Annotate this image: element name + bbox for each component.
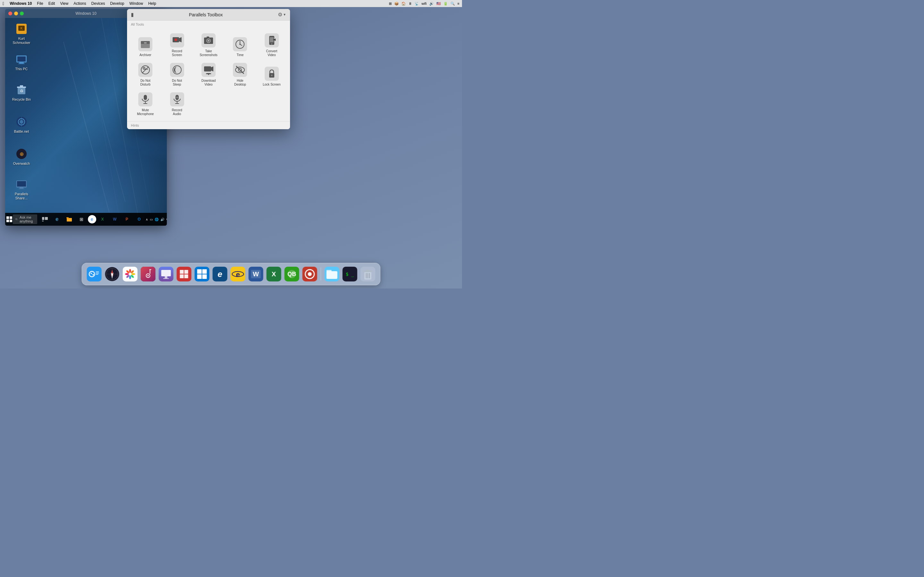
volume-icon[interactable]: 🔊 <box>429 2 434 6</box>
svg-rect-105 <box>150 269 152 270</box>
taskbar-app-explorer[interactable] <box>63 213 75 225</box>
svg-rect-116 <box>195 267 210 282</box>
start-button[interactable] <box>6 213 12 226</box>
svg-marker-62 <box>211 66 213 71</box>
taskbar-app-store[interactable]: ⊞ <box>76 213 87 225</box>
tool-mute-microphone[interactable]: MuteMicrophone <box>129 89 161 119</box>
tool-archiver[interactable]: Archiver <box>129 30 161 60</box>
hide-desktop-label: HideDesktop <box>234 79 246 87</box>
help-menu[interactable]: Help <box>146 1 158 6</box>
edit-menu[interactable]: Edit <box>46 1 57 6</box>
taskbar-app-outlook[interactable]: O <box>134 213 145 225</box>
svg-rect-31 <box>45 217 48 220</box>
wifi-icon[interactable]: wifi <box>422 2 427 5</box>
dock-safari[interactable] <box>104 266 121 282</box>
tray-tablet[interactable]: ▭ <box>150 218 153 221</box>
dock-files[interactable] <box>324 266 341 282</box>
tool-record-screen[interactable]: RecordScreen <box>161 30 192 60</box>
dock-quickbooks[interactable]: QB <box>284 266 300 282</box>
tool-lock-screen[interactable]: Lock Screen <box>256 60 288 89</box>
taskbar-app-ie[interactable]: e <box>88 215 96 223</box>
svg-rect-108 <box>162 270 171 276</box>
taskbar-app-edge[interactable]: e <box>51 213 63 225</box>
apple-menu[interactable]:  <box>3 1 4 6</box>
tool-hide-desktop[interactable]: HideDesktop <box>224 60 256 89</box>
taskbar-search[interactable]: Ask me anything <box>13 214 37 224</box>
desktop-icon-thispc[interactable]: This PC <box>10 52 33 73</box>
toolbox-folder-icon[interactable]: ▮ <box>131 11 134 18</box>
pause-icon[interactable]: ⏸ <box>409 2 412 5</box>
tool-take-screenshots[interactable]: TakeScreenshots <box>193 30 224 60</box>
dock-keynote[interactable] <box>158 266 174 282</box>
close-button[interactable] <box>8 11 12 15</box>
desktop-icon-kurt[interactable]: K KurtSchmucker <box>10 21 33 46</box>
taskbar-app-task-view[interactable] <box>39 213 51 225</box>
record-screen-icon <box>170 33 184 47</box>
svg-text:QB: QB <box>288 271 296 277</box>
time-icon <box>233 37 247 51</box>
dock-itunes[interactable] <box>140 266 157 282</box>
minimize-button[interactable] <box>14 11 18 15</box>
app-name-menu[interactable]: Windows 10 <box>7 1 34 6</box>
dock-finder[interactable] <box>86 266 103 282</box>
dock-photos[interactable] <box>122 266 139 282</box>
maximize-button[interactable] <box>20 11 24 15</box>
dock-excel[interactable]: X <box>266 266 282 282</box>
toolbox-section-label: All Tools <box>127 21 290 27</box>
tray-message[interactable]: 💬 <box>166 218 167 221</box>
file-menu[interactable]: File <box>35 1 45 6</box>
parallels-icon[interactable]: ⊞ <box>389 2 392 6</box>
svg-rect-139 <box>326 270 332 272</box>
flag-icon[interactable]: 🇺🇸 <box>436 2 441 6</box>
search-icon[interactable]: 🔍 <box>451 2 455 6</box>
menubar-right-icons: ⊞ 📦 🏠 ⏸ 📡 wifi 🔊 🇺🇸 🔋 🔍 ≡ <box>389 2 459 6</box>
actions-menu[interactable]: Actions <box>71 1 88 6</box>
tool-time[interactable]: Time <box>224 30 256 60</box>
desktop-icon-battlenet[interactable]: Battle.net <box>10 114 33 135</box>
airplay-icon[interactable]: 📡 <box>415 2 419 6</box>
taskbar-app-powerpoint[interactable]: P <box>121 213 133 225</box>
svg-text:e: e <box>218 269 222 279</box>
dock-retropie[interactable] <box>302 266 318 282</box>
develop-menu[interactable]: Develop <box>108 1 126 6</box>
search-placeholder: Ask me anything <box>19 215 35 223</box>
tool-convert-video[interactable]: ConvertVideo <box>256 30 288 60</box>
taskbar-app-word[interactable]: W <box>109 213 121 225</box>
battery-icon[interactable]: 🔋 <box>443 2 448 6</box>
list-icon[interactable]: ≡ <box>457 2 459 5</box>
tool-download-video[interactable]: DownloadVideo <box>193 60 224 89</box>
devices-menu[interactable]: Devices <box>89 1 107 6</box>
tool-do-not-sleep[interactable]: Do NotSleep <box>161 60 192 89</box>
dock-edge[interactable]: e <box>212 266 228 282</box>
take-screenshots-icon <box>202 33 216 47</box>
tool-record-audio[interactable]: RecordAudio <box>161 89 192 119</box>
home-icon[interactable]: 🏠 <box>401 2 406 6</box>
do-not-sleep-label: Do NotSleep <box>172 79 182 87</box>
tray-network[interactable]: 🌐 <box>155 218 158 221</box>
dropbox-icon[interactable]: 📦 <box>394 2 399 6</box>
tool-do-not-disturb[interactable]: Do NotDisturb <box>129 60 161 89</box>
window-menu[interactable]: Window <box>127 1 145 6</box>
dock-windows-logo[interactable] <box>194 266 210 282</box>
battlenet-icon-image <box>15 115 28 128</box>
dock-ie[interactable]: e <box>230 266 246 282</box>
dock-terminal[interactable]: $ _ <box>342 266 359 282</box>
desktop-icon-parallels-share[interactable]: ParallelsShare... <box>10 177 33 201</box>
svg-rect-83 <box>96 271 99 272</box>
view-menu[interactable]: View <box>58 1 71 6</box>
dock-parallels[interactable] <box>176 266 192 282</box>
tray-volume[interactable]: 🔊 <box>160 218 164 221</box>
desktop-icon-overwatch[interactable]: ⊕ Overwatch <box>10 146 33 167</box>
dock-word[interactable]: W <box>248 266 264 282</box>
svg-rect-117 <box>197 269 202 274</box>
overwatch-icon-image: ⊕ <box>15 147 28 160</box>
kurt-icon-label: KurtSchmucker <box>13 37 30 45</box>
tray-chevron[interactable]: ∧ <box>145 218 148 221</box>
taskbar-app-excel[interactable]: X <box>97 213 108 225</box>
desktop-icon-recyclebin[interactable]: ♻ Recycle Bin <box>10 82 33 103</box>
gear-icon: ⚙ <box>278 11 282 18</box>
archiver-icon <box>138 37 152 51</box>
traffic-lights <box>8 11 24 15</box>
toolbox-settings-button[interactable]: ⚙ ▼ <box>278 11 286 18</box>
dock-trash[interactable] <box>360 266 376 282</box>
